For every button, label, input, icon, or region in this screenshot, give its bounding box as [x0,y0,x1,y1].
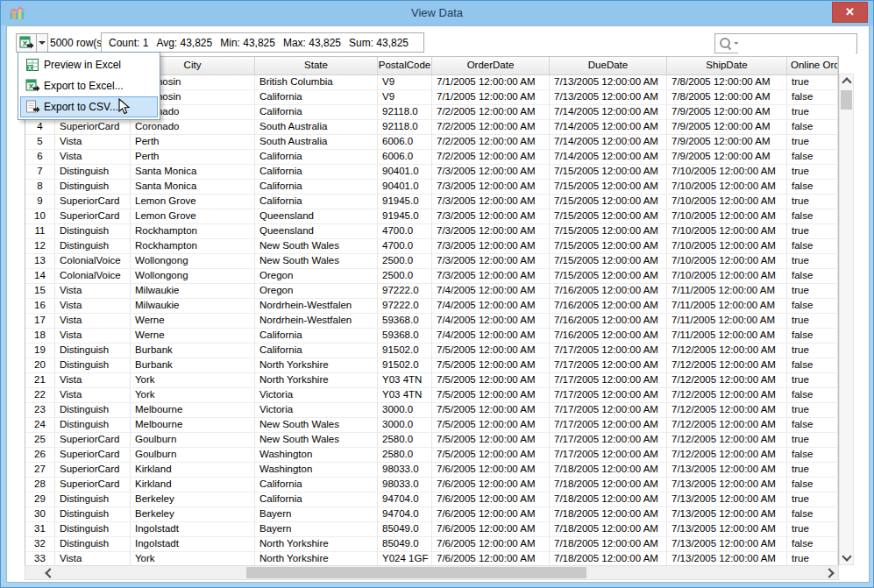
column-header[interactable]: Online Ord [787,57,838,74]
cell: true [787,75,838,89]
scroll-up-button[interactable] [839,74,854,88]
table-row[interactable]: 5VistaPerthSouth Australia6006.07/2/2005… [25,135,838,150]
cell: 7/4/2005 12:00:00 AM [432,299,550,313]
table-row[interactable]: 15VistaMilwaukieOregon97222.07/4/2005 12… [25,284,838,299]
row-number-cell: 14 [25,269,55,283]
table-row[interactable]: 6VistaPerthCalifornia6006.07/2/2005 12:0… [25,150,838,165]
cell: Vista [55,314,131,328]
cell: Distinguish [55,522,131,536]
cell: 7/6/2005 12:00:00 AM [432,537,550,551]
table-row[interactable]: 30DistinguishBerkeleyBayern94704.07/6/20… [25,507,838,522]
table-row[interactable]: 10SuperiorCardLemon GroveQueensland91945… [25,209,838,224]
column-header[interactable]: OrderDate [432,57,550,74]
cell: false [787,150,838,164]
table-row[interactable]: 24DistinguishMelbourneNew South Wales300… [25,418,838,433]
column-header[interactable]: ShipDate [667,57,787,74]
table-row[interactable]: 4SuperiorCardCoronadoSouth Australia9211… [25,120,838,135]
close-button[interactable]: ✕ [832,2,868,23]
cell: Coronado [131,120,255,134]
row-number-cell: 12 [25,239,55,253]
table-row[interactable]: 31DistinguishIngolstadtBayern85049.07/6/… [25,522,838,537]
cell: 59368.0 [378,329,432,343]
cell: 7/17/2005 12:00:00 AM [550,418,667,432]
cell: 2580.0 [378,448,432,462]
table-row[interactable]: 18VistaWerneCalifornia59368.07/4/2005 12… [25,329,838,344]
cell: 7/13/2005 12:00:00 AM [667,507,787,521]
cell: 7/15/2005 12:00:00 AM [550,165,667,179]
table-row[interactable]: 8DistinguishSanta MonicaCalifornia90401.… [25,180,838,195]
table-row[interactable]: 21VistaYorkNorth YorkshireY03 4TN7/5/200… [25,373,838,388]
row-number-cell: 22 [25,388,55,402]
cell: 91502.0 [378,358,432,372]
table-row[interactable]: 27SuperiorCardKirklandWashington98033.07… [25,463,838,478]
menu-item-export-to-excel[interactable]: X Export to Excel... [20,75,158,96]
stat-max: Max: 43,825 [283,37,341,49]
excel-export-icon: X [19,36,34,50]
table-row[interactable]: 14ColonialVoiceWollongongOregon2500.07/3… [25,269,838,284]
vertical-scroll-thumb[interactable] [841,90,852,110]
cell: 7/17/2005 12:00:00 AM [550,403,667,417]
cell: Distinguish [55,180,131,194]
table-row[interactable]: 32DistinguishIngolstadtNorth Yorkshire85… [25,537,838,552]
cell: 98033.0 [378,478,432,492]
table-row[interactable]: 12DistinguishRockhamptonNew South Wales4… [25,239,838,254]
table-row[interactable]: 17VistaWerneNordrhein-Westfalen59368.07/… [25,314,838,329]
cell: 7/18/2005 12:00:00 AM [550,522,667,536]
search-box[interactable] [714,33,857,53]
search-input[interactable] [738,35,856,53]
cell: Rockhampton [131,239,255,253]
cell: 7/3/2005 12:00:00 AM [432,165,550,179]
cell: New South Wales [255,433,378,447]
menu-item-export-to-csv[interactable]: Export to CSV... [20,96,158,117]
vertical-scrollbar[interactable] [839,74,854,565]
cell: false [787,329,838,343]
column-header[interactable]: PostalCode [378,57,432,74]
column-header[interactable]: State [255,57,378,74]
table-row[interactable]: 16VistaMilwaukieNordrhein-Westfalen97222… [25,299,838,314]
row-number-cell: 7 [25,165,55,179]
table-row[interactable]: 23DistinguishMelbourneVictoria3000.07/5/… [25,403,838,418]
cell: 7/2/2005 12:00:00 AM [432,105,550,119]
horizontal-scroll-thumb[interactable] [246,567,586,578]
table-row[interactable]: 13ColonialVoiceWollongongNew South Wales… [25,254,838,269]
table-row[interactable]: 25SuperiorCardGoulburnNew South Wales258… [25,433,838,448]
export-button[interactable]: X [17,34,37,52]
cell: Oregon [255,284,378,298]
search-icon[interactable] [720,38,739,50]
table-row[interactable]: 22VistaYorkVictoriaY03 4TN7/5/2005 12:00… [25,388,838,403]
menu-item-label: Preview in Excel [44,59,121,71]
scroll-left-button[interactable] [41,566,56,579]
table-row[interactable]: 26SuperiorCardGoulburnWashington2580.07/… [25,448,838,463]
cell: 91502.0 [378,344,432,358]
cell: false [787,209,838,223]
column-header[interactable]: DueDate [550,57,667,74]
table-row[interactable]: 28SuperiorCardKirklandCalifornia98033.07… [25,478,838,492]
cell: true [787,224,838,238]
export-dropdown-arrow[interactable] [37,34,47,52]
stat-sum: Sum: 43,825 [349,37,409,49]
cell: 7/13/2005 12:00:00 AM [550,90,667,104]
cell: 7/16/2005 12:00:00 AM [550,314,667,328]
cell: 7/12/2005 12:00:00 AM [667,388,787,402]
row-number-cell: 23 [25,403,55,417]
table-row[interactable]: 29DistinguishBerkeleyCalifornia94704.07/… [25,492,838,507]
table-row[interactable]: 9SuperiorCardLemon GroveCalifornia91945.… [25,195,838,209]
cell: Ingolstadt [131,522,255,536]
scroll-down-button[interactable] [839,551,854,564]
table-row[interactable]: 11DistinguishRockhamptonQueensland4700.0… [25,224,838,239]
cell: Bayern [255,507,378,521]
table-row[interactable]: 19DistinguishBurbankCalifornia91502.07/5… [25,344,838,358]
table-row[interactable]: 7DistinguishSanta MonicaCalifornia90401.… [25,165,838,180]
menu-item-preview-in-excel[interactable]: X Preview in Excel [20,54,158,75]
table-row[interactable]: 20DistinguishBurbankNorth Yorkshire91502… [25,358,838,373]
row-number-cell: 33 [25,552,55,566]
cell: 7/4/2005 12:00:00 AM [432,329,550,343]
menu-item-label: Export to Excel... [44,80,124,92]
horizontal-scrollbar[interactable] [25,565,839,580]
cell: California [255,344,378,358]
row-number-cell: 15 [25,284,55,298]
cell: 7/13/2005 12:00:00 AM [667,552,787,566]
scroll-right-button[interactable] [823,566,838,579]
row-number-cell: 4 [25,120,55,134]
cell: York [131,388,255,402]
